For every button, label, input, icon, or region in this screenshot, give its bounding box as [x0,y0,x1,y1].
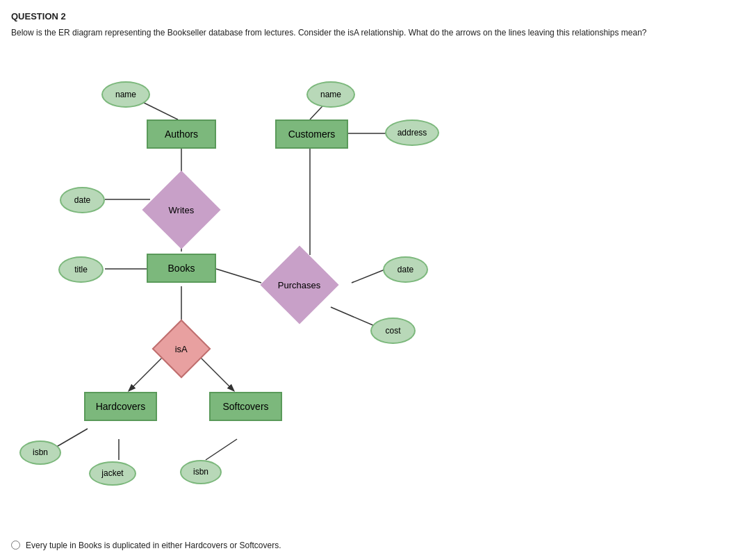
entity-authors: Authors [147,120,216,149]
question-text: Below is the ER diagram representing the… [11,27,743,39]
options-section: Every tuple in Books is duplicated in ei… [11,539,743,560]
attr-cost: cost [370,318,416,344]
er-diagram: name name Authors Customers address date… [11,50,484,522]
svg-line-13 [197,354,233,390]
entity-hardcovers: Hardcovers [84,392,157,421]
entity-customers: Customers [275,120,348,149]
attr-isbn-sc: isbn [180,460,222,484]
attr-title: title [58,256,104,283]
attr-jacket: jacket [89,461,136,486]
radio-opt1[interactable] [11,541,20,550]
svg-line-12 [129,354,165,390]
svg-line-7 [216,269,261,283]
entity-books: Books [147,254,216,283]
attr-date-writes: date [60,187,105,213]
question-title: QUESTION 2 [11,11,743,22]
svg-line-9 [352,269,386,283]
attr-address: address [385,120,439,146]
option-1[interactable]: Every tuple in Books is duplicated in ei… [11,539,743,552]
entity-softcovers: Softcovers [209,392,282,421]
attr-name-customers: name [306,81,355,108]
option-1-text: Every tuple in Books is duplicated in ei… [26,539,281,552]
attr-name-authors: name [101,81,150,108]
attr-date-purchases: date [383,256,428,283]
attr-isbn-hc: isbn [19,440,61,465]
svg-line-16 [206,439,237,460]
